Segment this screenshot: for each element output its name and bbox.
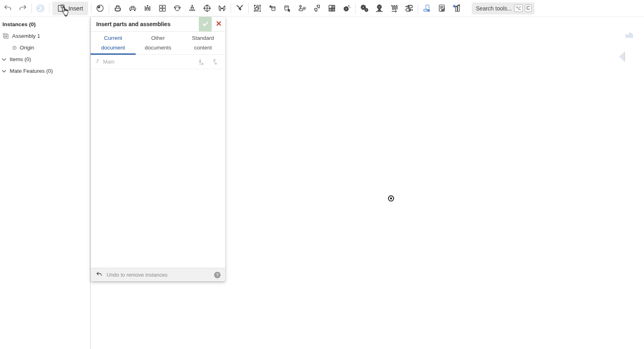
slider-mate-icon[interactable] (140, 1, 155, 16)
group-icon[interactable] (250, 1, 265, 16)
toolbar-separator (231, 3, 231, 14)
display-states-icon[interactable] (324, 1, 339, 16)
checkmark-icon (202, 20, 209, 29)
toolbar-separator (91, 3, 91, 14)
shortcut-key: ⌥ (514, 4, 523, 12)
help-icon[interactable]: ? (214, 272, 221, 278)
redo-icon[interactable] (15, 1, 30, 16)
assembly-icon (2, 33, 9, 40)
insert-dialog-body (91, 69, 225, 268)
tree-row-label: Origin (20, 45, 34, 51)
replicate-icon[interactable] (280, 1, 295, 16)
insert-dialog-footer: Undo to remove instances ? (91, 268, 225, 281)
tab-standard-content[interactable]: Standard content (180, 32, 225, 54)
revolute-mate-icon[interactable] (125, 1, 140, 16)
undo-icon[interactable] (0, 1, 15, 16)
toolbar-separator (31, 3, 32, 14)
chevron-down-icon[interactable] (1, 57, 7, 62)
pin-slot-mate-icon[interactable] (200, 1, 215, 16)
rotate-sync-icon[interactable] (33, 1, 48, 16)
tab-label: Standard content (186, 33, 220, 52)
simulation-icon[interactable] (387, 1, 402, 16)
tree-row-label: Assembly 1 (12, 33, 40, 39)
toolbar-separator (248, 3, 249, 14)
relations-icon[interactable] (357, 1, 372, 16)
insert-button[interactable]: Insert (52, 2, 88, 15)
exploded-view-icon[interactable] (339, 1, 354, 16)
branch-workspace-button[interactable] (209, 56, 222, 68)
workspace-row-main[interactable]: Main (91, 55, 225, 69)
tree-row-origin[interactable]: Origin (0, 42, 90, 53)
hidden-items-icon[interactable] (434, 1, 449, 16)
toolbar-separator (49, 3, 50, 14)
insert-dialog-tabs: Current documentOther documentsStandard … (91, 32, 225, 55)
insert-dialog-title: Insert parts and assemblies (91, 17, 199, 31)
footer-message: Undo to remove instances (107, 272, 167, 278)
tab-other-documents[interactable]: Other documents (136, 32, 181, 54)
in-context-icon[interactable] (419, 1, 434, 16)
tree-row-label: Mate Features (0) (10, 68, 53, 74)
close-icon (216, 21, 222, 28)
snap-mode-icon[interactable] (232, 1, 247, 16)
toolbar-separator (355, 3, 356, 14)
instances-header: Instances (0) (0, 18, 90, 30)
search-tools-box[interactable]: Search tools...⌥C (472, 2, 534, 14)
tab-label: Current document (96, 33, 130, 52)
view-flag-marker (625, 31, 634, 39)
tree-row-items-0[interactable]: Items (0) (0, 53, 90, 65)
insert-dialog-header: Insert parts and assemblies (91, 17, 225, 32)
insert-button-label: Insert (68, 5, 83, 12)
search-tools-placeholder: Search tools... (476, 5, 512, 12)
named-positions-icon[interactable] (295, 1, 310, 16)
toolbar-separator (109, 3, 109, 14)
workspace-label: Main (103, 59, 114, 65)
configurations-icon[interactable] (402, 1, 417, 16)
ball-mate-icon[interactable] (170, 1, 185, 16)
assembly-toolbar: InsertSearch tools...⌥C (0, 0, 644, 17)
chevron-down-icon[interactable] (1, 68, 7, 74)
circular-pattern-icon[interactable] (265, 1, 280, 16)
collapse-panel-arrow[interactable] (618, 51, 626, 62)
tree-row-assembly-1[interactable]: Assembly 1 (0, 30, 90, 42)
insert-document-icon (56, 4, 66, 13)
tree-row-mate-features-0[interactable]: Mate Features (0) (0, 65, 90, 77)
clock-icon[interactable] (93, 1, 107, 16)
motion-study-icon[interactable] (372, 1, 387, 16)
origin-marker[interactable] (388, 195, 394, 201)
planar-mate-icon[interactable] (155, 1, 170, 16)
branch-icon (95, 58, 101, 66)
linear-pattern-icon[interactable] (310, 1, 324, 16)
tree-row-label: Items (0) (10, 56, 31, 62)
instances-panel: Instances (0) Assembly 1OriginItems (0)M… (0, 17, 91, 349)
bom-icon[interactable] (449, 1, 464, 16)
tangent-mate-icon[interactable] (215, 1, 229, 16)
confirm-button[interactable] (199, 17, 212, 31)
fastened-mate-icon[interactable] (110, 1, 125, 16)
insert-dialog: Insert parts and assemblies Current docu… (91, 17, 225, 281)
shortcut-key: C (525, 4, 532, 12)
origin-icon (12, 45, 17, 50)
toolbar-separator (418, 3, 418, 14)
tab-label: Other documents (141, 33, 175, 52)
cylindrical-mate-icon[interactable] (185, 1, 200, 16)
close-button[interactable] (212, 17, 225, 31)
create-version-button[interactable] (194, 56, 207, 68)
tab-current-document[interactable]: Current document (91, 32, 136, 54)
undo-small-icon (96, 271, 103, 279)
